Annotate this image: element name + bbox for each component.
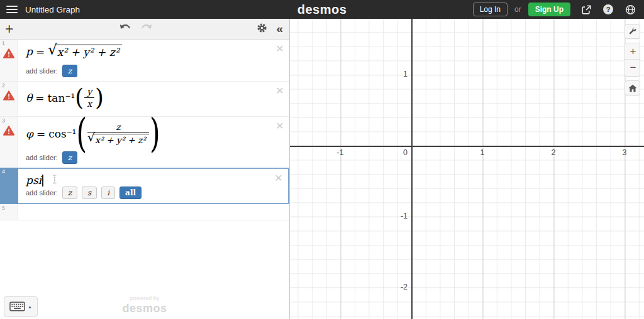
y-axis: [411, 19, 413, 319]
radical: √x² + y² + z²: [48, 45, 122, 59]
add-slider-row: add slider: z: [26, 65, 77, 77]
expression-math[interactable]: θ=tan⁻¹(yx): [26, 87, 104, 109]
share-icon[interactable]: [580, 3, 592, 16]
warning-icon[interactable]: [3, 126, 14, 138]
expression-row-1[interactable]: 1 p=√x² + y² + z² add slider:: [0, 40, 289, 82]
y-tick-label: -2: [387, 283, 408, 291]
origin-label: 0: [387, 148, 408, 157]
row-gutter-selected[interactable]: 4: [0, 168, 18, 204]
row-number: 3: [2, 117, 5, 124]
login-button[interactable]: Log In: [473, 3, 508, 16]
slider-chip-z[interactable]: z: [62, 151, 77, 164]
graph-settings-wrench-button[interactable]: [625, 24, 640, 39]
keyboard-icon: [9, 301, 25, 311]
signup-button[interactable]: Sign Up: [528, 3, 570, 16]
add-slider-row: add slider: z s i all: [26, 187, 142, 199]
expression-input-area[interactable]: φ=cos⁻¹(z√x² + y² + z²) add slider: z ×: [18, 117, 289, 168]
warning-icon[interactable]: [3, 90, 14, 103]
slider-chip-z[interactable]: z: [62, 65, 77, 77]
add-expression-button[interactable]: +: [5, 20, 13, 38]
desmos-app: Untitled Graph desmos Log In or Sign Up …: [0, 0, 644, 319]
x-axis: [290, 146, 644, 147]
row-gutter[interactable]: 5: [0, 204, 18, 220]
globe-icon[interactable]: [624, 3, 636, 16]
expressions-panel: +: [0, 19, 290, 319]
y-tick-label: -1: [387, 212, 408, 220]
home-icon: [628, 84, 637, 92]
powered-by-watermark: powered by desmos: [113, 296, 176, 314]
gear-icon[interactable]: [257, 23, 267, 36]
help-icon[interactable]: ?: [602, 3, 614, 16]
desmos-logo: desmos: [297, 3, 347, 17]
slider-chip-z[interactable]: z: [62, 187, 77, 199]
redo-icon[interactable]: [141, 23, 152, 35]
x-tick-label: -1: [331, 148, 350, 157]
wrench-icon: [628, 27, 637, 36]
graph-canvas[interactable]: 1 -1 -2 0 -1 1 2 3 + −: [290, 19, 644, 319]
add-slider-label: add slider:: [26, 189, 58, 197]
x-tick-label: 2: [544, 148, 563, 157]
close-icon[interactable]: ×: [275, 171, 282, 184]
expression-input-area[interactable]: [18, 204, 289, 220]
expression-math[interactable]: p=√x² + y² + z²: [26, 45, 122, 59]
expression-input-area[interactable]: p=√x² + y² + z² add slider: z ×: [18, 40, 289, 81]
keyboard-toggle-button[interactable]: ▲: [4, 296, 38, 316]
fraction: z√x² + y² + z²: [87, 122, 149, 146]
expression-input-text[interactable]: psi: [26, 174, 57, 187]
y-tick-label: 1: [387, 70, 408, 78]
ibeam-cursor-icon: [52, 174, 57, 187]
zoom-out-button[interactable]: −: [625, 60, 640, 76]
row-number: 1: [2, 40, 5, 46]
header-bar: Untitled Graph desmos Log In or Sign Up …: [0, 0, 644, 19]
expression-row-2[interactable]: 2 θ=tan⁻¹(yx) ×: [0, 82, 289, 117]
collapse-panel-button[interactable]: «: [276, 22, 283, 36]
close-icon[interactable]: ×: [276, 41, 284, 55]
expression-input-area[interactable]: psi add slider: z s i all: [18, 168, 289, 204]
graph-title[interactable]: Untitled Graph: [25, 5, 80, 14]
fraction: yx: [84, 87, 94, 109]
text-caret: [42, 175, 43, 187]
home-button[interactable]: [625, 80, 640, 95]
or-label: or: [514, 5, 521, 14]
expression-row-3[interactable]: 3 φ=cos⁻¹(z√x² + y² + z²) add sl: [0, 117, 289, 168]
graph-controls: + −: [625, 24, 640, 95]
close-icon[interactable]: ×: [276, 119, 284, 132]
expressions-toolbar: +: [0, 19, 289, 40]
slider-chip-i[interactable]: i: [101, 187, 115, 199]
expression-row-4-selected[interactable]: 4 psi add slider: z s: [0, 168, 289, 204]
undo-icon[interactable]: [119, 23, 131, 35]
add-slider-label: add slider:: [26, 67, 58, 75]
add-slider-row: add slider: z: [26, 151, 77, 164]
warning-icon[interactable]: [3, 48, 14, 61]
row-number: 2: [2, 82, 5, 89]
add-slider-label: add slider:: [26, 154, 58, 161]
row-gutter[interactable]: 2: [0, 82, 18, 116]
row-gutter[interactable]: 3: [0, 117, 18, 168]
radical: √x² + y² + z²: [87, 134, 149, 146]
slider-chip-s[interactable]: s: [82, 187, 97, 199]
row-gutter[interactable]: 1: [0, 40, 18, 81]
menu-icon[interactable]: [6, 6, 18, 14]
x-tick-label: 1: [473, 148, 492, 157]
row-number: 5: [2, 205, 5, 211]
expression-math[interactable]: φ=cos⁻¹(z√x² + y² + z²): [26, 122, 160, 146]
x-tick-label: 3: [615, 148, 634, 157]
caret-up-icon: ▲: [28, 305, 32, 309]
expression-row-5-empty[interactable]: 5: [0, 204, 289, 220]
close-icon[interactable]: ×: [276, 84, 284, 97]
row-number: 4: [2, 168, 5, 175]
slider-chip-all[interactable]: all: [119, 187, 142, 199]
zoom-in-button[interactable]: +: [625, 43, 640, 60]
